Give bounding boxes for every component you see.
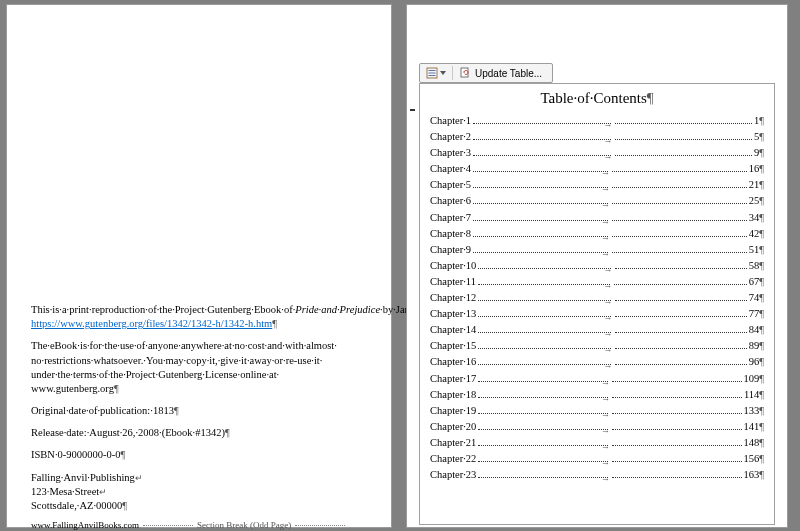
pilcrow-icon bbox=[759, 387, 764, 403]
tab-leader bbox=[612, 203, 747, 204]
page-left[interactable]: This·is·a·print·reproduction·of·the·Proj… bbox=[6, 4, 392, 528]
pilcrow-icon bbox=[759, 403, 764, 419]
toc-entry[interactable]: Chapter·6→25 bbox=[430, 193, 764, 209]
workspace: This·is·a·print·reproduction·of·the·Proj… bbox=[0, 0, 800, 531]
tab-leader: → bbox=[478, 381, 608, 382]
tab-leader bbox=[615, 268, 747, 269]
tab-leader: → bbox=[473, 252, 608, 253]
tab-arrow-icon: → bbox=[601, 439, 610, 455]
pilcrow-icon bbox=[759, 113, 764, 129]
soft-return-icon bbox=[99, 486, 107, 497]
toc-options-button[interactable] bbox=[423, 65, 449, 81]
toc-entry-label: Chapter·11 bbox=[430, 274, 476, 290]
toc-entry[interactable]: Chapter·19→133 bbox=[430, 403, 764, 419]
tab-leader bbox=[612, 381, 742, 382]
publisher-block: Falling·Anvil·Publishing 123·Mesa·Street… bbox=[31, 471, 367, 514]
toc-entry-page: 51 bbox=[749, 242, 760, 258]
toc-entry-label: Chapter·3 bbox=[430, 145, 471, 161]
tab-leader: → bbox=[478, 316, 610, 317]
toc-entry-page: 25 bbox=[749, 193, 760, 209]
toc-entry-page: 156 bbox=[744, 451, 760, 467]
toc-entry[interactable]: Chapter·13→77 bbox=[430, 306, 764, 322]
tab-arrow-icon: → bbox=[601, 230, 610, 246]
toc-entry[interactable]: Chapter·23→163 bbox=[430, 467, 764, 483]
toc-entry[interactable]: Chapter·9→51 bbox=[430, 242, 764, 258]
copyright-body: This·is·a·print·reproduction·of·the·Proj… bbox=[31, 303, 367, 531]
toc-entry[interactable]: Chapter·16→96 bbox=[430, 354, 764, 370]
toc-entry-page: 84 bbox=[749, 322, 760, 338]
pilcrow-icon bbox=[759, 129, 764, 145]
pilcrow-icon bbox=[759, 435, 764, 451]
toc-entry-page: 21 bbox=[749, 177, 760, 193]
tab-leader: → bbox=[478, 268, 610, 269]
toc-entry-label: Chapter·17 bbox=[430, 371, 476, 387]
section-break-dots bbox=[295, 525, 345, 526]
toc-entry-label: Chapter·20 bbox=[430, 419, 476, 435]
tab-arrow-icon: → bbox=[601, 375, 610, 391]
toc-entry[interactable]: Chapter·4→16 bbox=[430, 161, 764, 177]
toc-entry[interactable]: Chapter·21→148 bbox=[430, 435, 764, 451]
tab-leader: → bbox=[478, 413, 608, 414]
toc-entry-page: 34 bbox=[749, 210, 760, 226]
tab-leader bbox=[615, 332, 747, 333]
toc-entry[interactable]: Chapter·17→109 bbox=[430, 371, 764, 387]
section-break-label: Section Break (Odd Page) bbox=[197, 519, 291, 531]
tab-arrow-icon: → bbox=[601, 391, 610, 407]
license-l4: www.gutenberg.org bbox=[31, 383, 114, 394]
tab-arrow-icon: → bbox=[601, 423, 610, 439]
gutenberg-link[interactable]: https://www.gutenberg.org/files/1342/134… bbox=[31, 318, 272, 329]
pilcrow-icon bbox=[759, 210, 764, 226]
pilcrow-icon bbox=[759, 467, 764, 483]
tab-leader bbox=[612, 187, 747, 188]
toc-entry[interactable]: Chapter·3→9 bbox=[430, 145, 764, 161]
chevron-down-icon bbox=[440, 71, 446, 75]
tab-arrow-icon: → bbox=[603, 278, 612, 294]
tab-arrow-icon: → bbox=[604, 262, 613, 278]
tab-arrow-icon: → bbox=[604, 326, 613, 342]
section-break: www.FallingAnvilBooks.com Section Break … bbox=[31, 519, 367, 531]
toc-entry-label: Chapter·23 bbox=[430, 467, 476, 483]
toc-title: Table·of·Contents bbox=[430, 90, 764, 107]
toc-entry[interactable]: Chapter·11→67 bbox=[430, 274, 764, 290]
toc-entry-page: 133 bbox=[744, 403, 760, 419]
toc-entry[interactable]: Chapter·15→89 bbox=[430, 338, 764, 354]
release-date: Release·date:·August·26,·2008·(Ebook·#13… bbox=[31, 426, 367, 440]
toc-entry-label: Chapter·12 bbox=[430, 290, 476, 306]
toc-entry[interactable]: Chapter·20→141 bbox=[430, 419, 764, 435]
pilcrow-icon bbox=[759, 338, 764, 354]
toc-entry[interactable]: Chapter·2→5 bbox=[430, 129, 764, 145]
toc-entry-page: 109 bbox=[744, 371, 760, 387]
tab-arrow-icon: → bbox=[604, 133, 613, 149]
toc-entry-label: Chapter·1 bbox=[430, 113, 471, 129]
toc-entry[interactable]: Chapter·22→156 bbox=[430, 451, 764, 467]
toc-entry-page: 148 bbox=[744, 435, 760, 451]
soft-return-icon bbox=[135, 472, 143, 483]
tab-leader bbox=[612, 461, 742, 462]
tab-arrow-icon: → bbox=[601, 246, 610, 262]
pilcrow-icon bbox=[759, 290, 764, 306]
update-table-button[interactable]: Update Table... bbox=[456, 65, 549, 81]
tab-leader: → bbox=[473, 220, 608, 221]
toc-entry[interactable]: Chapter·5→21 bbox=[430, 177, 764, 193]
toc-entry[interactable]: Chapter·14→84 bbox=[430, 322, 764, 338]
toc-entry-label: Chapter·10 bbox=[430, 258, 476, 274]
toc-entry[interactable]: Chapter·7→34 bbox=[430, 210, 764, 226]
toc-entry[interactable]: Chapter·10→58 bbox=[430, 258, 764, 274]
toc-entry-page: 141 bbox=[744, 419, 760, 435]
pilcrow-icon bbox=[122, 500, 127, 511]
toc-entry[interactable]: Chapter·8→42 bbox=[430, 226, 764, 242]
toc-entry-label: Chapter·22 bbox=[430, 451, 476, 467]
toc-entry[interactable]: Chapter·12→74 bbox=[430, 290, 764, 306]
tab-arrow-icon: → bbox=[601, 407, 610, 423]
tab-leader bbox=[615, 155, 752, 156]
toc-entry[interactable]: Chapter·1→1 bbox=[430, 113, 764, 129]
toc-entry-page: 96 bbox=[749, 354, 760, 370]
toc-field-toolbar: Update Table... bbox=[419, 63, 553, 83]
page-right[interactable]: Update Table... Table·of·Contents Chapte… bbox=[406, 4, 788, 528]
pilcrow-icon bbox=[759, 451, 764, 467]
toc-field[interactable]: Table·of·Contents Chapter·1→1Chapter·2→5… bbox=[419, 83, 775, 525]
tab-leader: → bbox=[478, 477, 608, 478]
tab-arrow-icon: → bbox=[604, 117, 613, 133]
pilcrow-icon bbox=[759, 161, 764, 177]
toc-entry[interactable]: Chapter·18→114 bbox=[430, 387, 764, 403]
